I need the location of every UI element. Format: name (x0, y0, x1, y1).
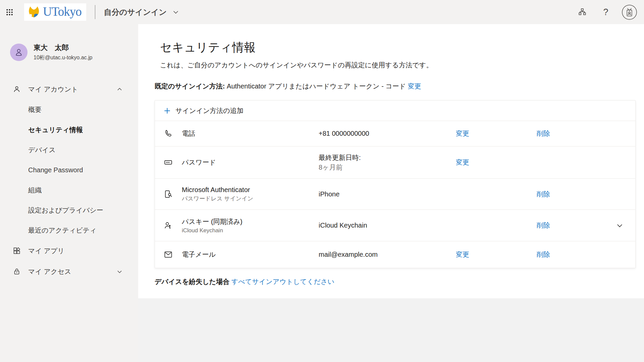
method-name: パスキー (同期済み) (182, 217, 319, 226)
sidebar-nav: マイ アカウント 概要 セキュリティ情報 デバイス Change Passwor… (0, 79, 138, 282)
default-method-value: Authenticator アプリまたはハードウェア トークン - コード (227, 82, 406, 90)
sidebar-item-organizations[interactable]: 組織 (0, 180, 138, 200)
person-icon (13, 85, 21, 93)
method-name-block: Microsoft Authenticator パスワードレス サインイン (182, 186, 319, 202)
sitemap-icon (578, 8, 587, 16)
method-name-block: パスキー (同期済み) iCloud Keychain (182, 217, 319, 234)
user-name: 東大 太郎 (34, 43, 92, 52)
chevron-up-icon (116, 86, 123, 93)
sidebar-item-overview[interactable]: 概要 (0, 100, 138, 120)
app-switcher[interactable]: 自分のサインイン (104, 7, 179, 17)
change-link[interactable]: 変更 (456, 250, 537, 259)
user-card: 東大 太郎 10桁@utac.u-tokyo.ac.jp (0, 24, 138, 61)
help-icon: ? (603, 7, 608, 17)
passkey-icon (155, 221, 182, 230)
delete-link[interactable]: 削除 (537, 129, 594, 138)
main-content: セキュリティ情報 これは、ご自分のアカウントへのサインインやパスワードの再設定に… (138, 24, 644, 298)
sidebar-item-label: マイ アクセス (28, 267, 71, 276)
sidebar: 東大 太郎 10桁@utac.u-tokyo.ac.jp マイ アカウント 概要 (0, 24, 138, 362)
sidebar-item-label: マイ アカウント (28, 85, 78, 94)
default-method-change-link[interactable]: 変更 (408, 82, 421, 90)
default-method-label: 既定のサインイン方法: (155, 82, 225, 90)
method-row-password: パスワード 最終更新日時: 8ヶ月前 変更 (155, 146, 635, 178)
lost-device-line: デバイスを紛失した場合 すべてサインアウトしてください (155, 277, 636, 286)
page-subtitle: これは、ご自分のアカウントへのサインインやパスワードの再設定に使用する方法です。 (160, 61, 636, 70)
sidebar-item-security-info[interactable]: セキュリティ情報 (0, 120, 138, 140)
org-switcher-button[interactable] (573, 3, 592, 21)
email-icon (155, 250, 182, 259)
delete-link[interactable]: 削除 (537, 190, 594, 199)
default-signin-method-line: 既定のサインイン方法: Authenticator アプリまたはハードウェア ト… (155, 82, 636, 91)
method-row-email: 電子メール mail@example.com 変更 削除 (155, 241, 635, 268)
phone-icon (155, 129, 182, 138)
method-detail: 最終更新日時: 8ヶ月前 (319, 153, 456, 172)
chevron-down-icon (172, 8, 179, 16)
method-name: 電子メール (182, 250, 319, 259)
method-detail: +81 0000000000 (319, 130, 456, 137)
app-launcher-icon (6, 8, 13, 16)
method-name: パスワード (182, 158, 319, 167)
chevron-down-icon (116, 268, 123, 275)
plus-icon (163, 107, 171, 115)
person-avatar-icon (14, 47, 24, 57)
method-name: 電話 (182, 129, 319, 138)
sidebar-item-change-password[interactable]: Change Password (0, 160, 138, 180)
change-link[interactable]: 変更 (456, 158, 537, 167)
sidebar-item-my-account[interactable]: マイ アカウント (0, 79, 138, 100)
delete-link[interactable]: 削除 (537, 250, 594, 259)
add-method-label: サインイン方法の追加 (175, 106, 244, 115)
method-row-passkey: パスキー (同期済み) iCloud Keychain iCloud Keych… (155, 209, 635, 241)
user-identity: 東大 太郎 10桁@utac.u-tokyo.ac.jp (34, 43, 92, 61)
password-icon (155, 158, 182, 167)
utokyo-logo-text: UTokyo (43, 5, 82, 19)
sidebar-item-my-access[interactable]: マイ アクセス (0, 261, 138, 282)
sidebar-item-my-apps[interactable]: マイ アプリ (0, 240, 138, 261)
header-divider (95, 5, 95, 19)
method-row-authenticator: Microsoft Authenticator パスワードレス サインイン iP… (155, 178, 635, 209)
delete-link[interactable]: 削除 (537, 221, 594, 230)
expand-row-button[interactable] (594, 221, 635, 230)
ginkgo-logo-icon (27, 5, 41, 19)
utokyo-logo[interactable]: UTokyo (24, 3, 86, 21)
method-subname: iCloud Keychain (182, 227, 319, 234)
page-title: セキュリティ情報 (160, 40, 636, 55)
method-detail: mail@example.com (319, 251, 456, 258)
avatar (10, 44, 28, 61)
method-name: Microsoft Authenticator (182, 186, 319, 194)
lost-device-label: デバイスを紛失した場合 (155, 278, 229, 285)
app-title: 自分のサインイン (104, 7, 167, 17)
signin-methods-card: サインイン方法の追加 電話 +81 0000000000 変更 削除 (155, 100, 636, 268)
help-button[interactable]: ? (596, 3, 615, 21)
sidebar-item-recent-activity[interactable]: 最近のアクティビティ (0, 220, 138, 240)
authenticator-icon (155, 190, 182, 199)
sidebar-item-settings-privacy[interactable]: 設定およびプライバシー (0, 200, 138, 220)
method-detail: iPhone (319, 190, 456, 198)
sidebar-item-label: マイ アプリ (28, 246, 64, 255)
chevron-down-icon (615, 221, 624, 230)
lock-icon (13, 267, 21, 276)
add-sign-in-method-button[interactable]: サインイン方法の追加 (155, 101, 635, 121)
account-badge-icon (622, 4, 637, 20)
top-header-bar: UTokyo 自分のサインイン ? (0, 0, 644, 24)
method-subname: パスワードレス サインイン (182, 195, 319, 202)
header-actions: ? (573, 3, 644, 21)
method-detail: iCloud Keychain (319, 222, 456, 229)
user-email: 10桁@utac.u-tokyo.ac.jp (34, 54, 92, 61)
sidebar-item-devices[interactable]: デバイス (0, 140, 138, 160)
method-row-phone: 電話 +81 0000000000 変更 削除 (155, 121, 635, 146)
app-launcher-button[interactable] (0, 0, 19, 24)
account-button[interactable] (620, 3, 639, 21)
sign-out-everywhere-link[interactable]: すべてサインアウトしてください (231, 278, 334, 285)
change-link[interactable]: 変更 (456, 129, 537, 138)
apps-icon (13, 247, 21, 255)
